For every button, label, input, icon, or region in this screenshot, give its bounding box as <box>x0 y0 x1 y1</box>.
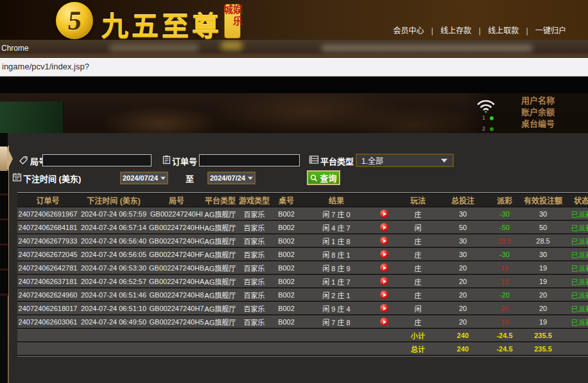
round-no: GB002247240HH <box>149 221 204 233</box>
table-no: B002 <box>272 289 300 301</box>
status: 已派彩 <box>562 262 588 274</box>
bet-time-label: 下注时间 (美东) <box>23 172 81 184</box>
order-no: 240724062672045 <box>17 248 78 260</box>
bet-time: 2024-07-24 06:56:40 <box>78 235 149 247</box>
chevron-down-icon <box>441 159 447 163</box>
column-header: 平台类型 <box>204 194 236 206</box>
empty-cell <box>17 343 395 355</box>
result: 闲 8 庄 1 <box>300 248 372 260</box>
play-button[interactable] <box>380 263 388 272</box>
url-text: ingame/pcv1/index.jsp? <box>2 58 89 76</box>
nav-online-deposit[interactable]: 线上存款 <box>440 26 471 35</box>
play-button[interactable] <box>380 277 388 285</box>
play-button[interactable] <box>380 250 388 258</box>
nav-online-withdraw[interactable]: 线上取款 <box>488 26 519 35</box>
result: 闲 7 庄 8 <box>300 316 372 328</box>
play-button[interactable] <box>380 317 388 326</box>
nav-one-key-transfer[interactable]: 一键归户 <box>535 26 566 35</box>
play-cell <box>372 302 395 314</box>
payout: -50 <box>485 221 524 233</box>
online-dot <box>490 127 494 131</box>
platform-list-icon <box>309 155 319 165</box>
platform: AG旗舰厅 <box>204 235 236 247</box>
nav-separator: | <box>526 26 528 35</box>
platform-type-label: 平台类型 <box>320 155 354 167</box>
round-no: GB002247240HB <box>149 262 204 274</box>
bet-time: 2024-07-24 06:53:30 <box>78 262 149 274</box>
result: 闲 2 庄 1 <box>300 289 372 301</box>
window-title-bar[interactable]: Chrome <box>0 40 588 58</box>
order-no: 240724062603061 <box>17 316 78 328</box>
column-header: 局号 <box>149 194 204 206</box>
sidebar-menu-item[interactable] <box>0 170 8 193</box>
play-cell <box>372 248 395 260</box>
table-row: 2407240626779332024-07-24 06:56:40GB0022… <box>17 235 588 247</box>
table-row: 2407240626180172024-07-24 06:51:10GB0022… <box>17 302 588 314</box>
platform-type-select[interactable]: 1.全部 <box>356 154 454 167</box>
platform: AG旗舰厅 <box>204 208 236 220</box>
status: 已派彩 <box>562 275 588 287</box>
subtotal-total-bet: 240 <box>440 329 485 341</box>
total-valid-bet: 235.5 <box>524 343 562 355</box>
date-from-select[interactable]: 2024/07/24 <box>120 172 168 184</box>
game-type: 百家乐 <box>236 302 272 314</box>
order-no: 240724062618017 <box>17 302 78 314</box>
play-type: 庄 <box>395 208 440 220</box>
info-username-label: 用户名称 <box>521 95 588 107</box>
sidebar-menu-item[interactable] <box>0 195 8 218</box>
play-button[interactable] <box>380 304 388 312</box>
round-no-input[interactable] <box>42 154 151 166</box>
table-row: 2407240626919672024-07-24 06:57:59GB0022… <box>17 208 588 220</box>
column-header: 桌号 <box>272 194 300 206</box>
payout: -30 <box>485 208 524 220</box>
site-badge-label: 娱乐城 <box>223 4 242 38</box>
top-nav: 会员中心 | 线上存款 | 线上取款 | 一键归户 <box>393 24 567 35</box>
table-row: 2407240626371812024-07-24 06:52:57GB0022… <box>17 275 588 287</box>
bet-time: 2024-07-24 06:56:05 <box>78 248 149 260</box>
nav-member-center[interactable]: 会员中心 <box>393 26 424 35</box>
play-button[interactable] <box>380 290 388 299</box>
subtotal-valid-bet: 235.5 <box>524 329 562 341</box>
info-table-label: 桌台编号 <box>521 118 588 130</box>
bet-records-table: 订单号下注时间 (美东)局号平台类型游戏类型桌号结果玩法总投注派彩有效投注额状态… <box>17 192 588 357</box>
play-cell <box>372 235 395 247</box>
main-panel: 局号 订单号 平台类型 1.全部 <box>0 133 588 383</box>
play-type: 闲 <box>395 221 440 233</box>
search-button-label: 查询 <box>320 172 336 184</box>
order-no-input[interactable] <box>199 154 300 166</box>
sidebar-menu-item[interactable] <box>0 220 8 244</box>
account-info-overlay: 1 2 用户名称 账户余额 桌台编号 <box>466 93 588 133</box>
result: 闲 1 庄 7 <box>300 275 372 287</box>
status: 已派彩 <box>562 208 588 220</box>
table-no: B002 <box>272 248 300 260</box>
sidebar-menu-item[interactable] <box>0 245 8 269</box>
payout: 28.5 <box>485 235 524 247</box>
search-icon <box>310 174 318 182</box>
sidebar-active-tab[interactable] <box>0 147 7 171</box>
platform: AG旗舰厅 <box>204 289 236 301</box>
total-bet: 30 <box>440 248 485 260</box>
screen: 5 九五至尊 娱乐城 会员中心 | 线上存款 | 线上取款 | 一键归户 Chr… <box>0 0 588 383</box>
url-bar[interactable]: ingame/pcv1/index.jsp? <box>0 58 588 76</box>
table-no: B002 <box>272 235 300 247</box>
date-to-select[interactable]: 2024/07/24 <box>207 172 255 184</box>
bet-time: 2024-07-24 06:52:57 <box>78 275 149 287</box>
sidebar-menu-item[interactable] <box>0 271 8 294</box>
table-no: B002 <box>272 302 300 314</box>
table-no: B002 <box>272 208 300 220</box>
order-no: 240724062684181 <box>17 221 78 233</box>
table-header-row: 订单号下注时间 (美东)局号平台类型游戏类型桌号结果玩法总投注派彩有效投注额状态 <box>17 194 588 206</box>
status: 已派彩 <box>562 235 588 247</box>
play-button[interactable] <box>380 236 388 245</box>
game-type: 百家乐 <box>236 289 272 301</box>
play-button[interactable] <box>380 209 388 218</box>
payout: 19 <box>485 262 524 274</box>
column-header: 总投注 <box>440 194 485 206</box>
bet-time: 2024-07-24 06:57:14 <box>78 221 149 233</box>
table-row: 2407240626030612024-07-24 06:49:50GB0022… <box>17 316 588 328</box>
game-type: 百家乐 <box>236 275 272 287</box>
game-type: 百家乐 <box>236 221 272 233</box>
play-button[interactable] <box>380 223 388 231</box>
search-button[interactable]: 查询 <box>307 170 340 185</box>
platform: AG旗舰厅 <box>204 262 236 274</box>
